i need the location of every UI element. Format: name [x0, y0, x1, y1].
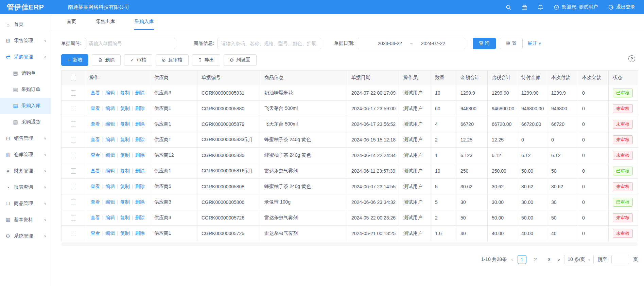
- doc-no-input[interactable]: [85, 38, 175, 49]
- copy-link[interactable]: 复制: [120, 90, 130, 95]
- search-button[interactable]: 查 询: [473, 38, 496, 49]
- view-link[interactable]: 查看: [91, 137, 100, 142]
- page-2[interactable]: 2: [531, 255, 540, 264]
- edit-link[interactable]: 编辑: [105, 215, 115, 220]
- copy-link[interactable]: 复制: [120, 230, 130, 236]
- row-checkbox[interactable]: [71, 153, 76, 158]
- horizontal-scrollbar[interactable]: [61, 242, 638, 246]
- bank-icon[interactable]: [522, 4, 527, 10]
- edit-link[interactable]: 编辑: [105, 199, 115, 205]
- delete-link[interactable]: 删除: [135, 90, 144, 95]
- date-to-value[interactable]: 2024-07-22: [421, 41, 445, 46]
- date-from-value[interactable]: 2024-04-22: [378, 41, 402, 46]
- delete-link[interactable]: 删除: [135, 152, 144, 158]
- delete-link[interactable]: 删除: [135, 137, 144, 142]
- sidebar-item-report-query[interactable]: ◔ 报表查询 ∨: [0, 179, 51, 195]
- product-info-input[interactable]: [217, 38, 321, 49]
- column-settings-button[interactable]: ⚙ 列设置: [224, 54, 257, 66]
- copy-link[interactable]: 复制: [120, 215, 130, 220]
- page-1[interactable]: 1: [518, 255, 526, 264]
- row-checkbox[interactable]: [71, 106, 76, 111]
- chevron-down-icon: ∨: [44, 185, 47, 189]
- tab-purchase-inbound[interactable]: 采购入库: [134, 14, 154, 30]
- sidebar-item-basic-data[interactable]: ▦ 基本资料 ∨: [0, 212, 51, 228]
- audit-button[interactable]: ✓ 审核: [124, 54, 152, 66]
- sidebar-item-purchase-return[interactable]: ▤ 采购退货: [0, 114, 51, 130]
- copy-link[interactable]: 复制: [120, 168, 130, 173]
- add-button[interactable]: + 新增: [61, 54, 88, 66]
- edit-link[interactable]: 编辑: [105, 168, 115, 173]
- delete-link[interactable]: 删除: [135, 199, 144, 205]
- view-link[interactable]: 查看: [91, 199, 100, 205]
- expand-link[interactable]: 展开 ∨: [527, 40, 541, 46]
- sidebar-item-retail-mgmt[interactable]: ⊞ 零售管理 ∨: [0, 33, 51, 49]
- row-checkbox[interactable]: [71, 231, 76, 236]
- unaudit-button[interactable]: ⊘ 反审核: [156, 54, 189, 66]
- sidebar-item-home[interactable]: ⌂ 首页: [0, 16, 51, 33]
- row-checkbox[interactable]: [71, 137, 76, 142]
- copy-link[interactable]: 复制: [120, 152, 130, 158]
- date-range-picker[interactable]: 2024-04-22 ~ 2024-07-22: [358, 38, 465, 49]
- prev-page-button[interactable]: <: [511, 257, 514, 262]
- copy-link[interactable]: 复制: [120, 184, 130, 189]
- delete-link[interactable]: 删除: [135, 106, 144, 111]
- column-header: 待付金额: [517, 71, 547, 85]
- edit-link[interactable]: 编辑: [105, 121, 115, 127]
- delete-button[interactable]: 删除: [92, 54, 121, 66]
- delete-link[interactable]: 删除: [135, 121, 144, 127]
- search-icon[interactable]: [506, 4, 511, 10]
- row-checkbox[interactable]: [71, 168, 76, 174]
- copy-link[interactable]: 复制: [120, 106, 130, 111]
- view-link[interactable]: 查看: [91, 90, 100, 95]
- sidebar-item-system-mgmt[interactable]: ⚙ 系统管理 ∨: [0, 228, 51, 244]
- view-link[interactable]: 查看: [91, 121, 100, 127]
- bell-icon[interactable]: [538, 4, 543, 10]
- edit-link[interactable]: 编辑: [105, 137, 115, 142]
- sidebar-item-finance-mgmt[interactable]: ¥ 财务管理 ∨: [0, 163, 51, 179]
- page-3[interactable]: 3: [545, 255, 554, 264]
- amount-cell: 40: [456, 226, 488, 241]
- sidebar-item-purchase-mgmt[interactable]: ⇄ 采购管理 ∧: [0, 49, 51, 65]
- next-page-button[interactable]: >: [558, 257, 560, 262]
- tab-retail-outbound[interactable]: 零售出库: [95, 14, 116, 30]
- jump-page-input[interactable]: [611, 255, 629, 264]
- export-button[interactable]: ↧ 导出: [192, 54, 220, 66]
- view-link[interactable]: 查看: [91, 152, 100, 158]
- view-link[interactable]: 查看: [91, 230, 100, 236]
- help-icon[interactable]: ?: [628, 55, 635, 62]
- delete-link[interactable]: 删除: [135, 168, 144, 173]
- edit-link[interactable]: 编辑: [105, 230, 115, 236]
- tab-home[interactable]: 首页: [66, 14, 77, 30]
- sidebar-item-warehouse-mgmt[interactable]: ▥ 仓库管理 ∨: [0, 147, 51, 163]
- edit-link[interactable]: 编辑: [105, 184, 115, 189]
- row-checkbox[interactable]: [71, 184, 76, 189]
- delete-link[interactable]: 删除: [135, 184, 144, 189]
- sidebar-item-sales-mgmt[interactable]: ⊡ 销售管理 ∨: [0, 130, 51, 147]
- copy-link[interactable]: 复制: [120, 121, 130, 127]
- sidebar-item-purchase-request[interactable]: ▤ 请购单: [0, 65, 51, 81]
- logout-button[interactable]: 退出登录: [608, 4, 635, 10]
- edit-link[interactable]: 编辑: [105, 106, 115, 111]
- sidebar-item-goods-mgmt[interactable]: ⊔ 商品管理 ∨: [0, 195, 51, 212]
- edit-link[interactable]: 编辑: [105, 152, 115, 158]
- copy-link[interactable]: 复制: [120, 199, 130, 205]
- select-all-checkbox[interactable]: [71, 75, 76, 80]
- edit-link[interactable]: 编辑: [105, 90, 115, 95]
- user-menu[interactable]: 欢迎您, 测试用户: [554, 4, 598, 10]
- page-size-select[interactable]: 10 条/页 ∨: [564, 255, 594, 264]
- delete-link[interactable]: 删除: [135, 215, 144, 220]
- copy-link[interactable]: 复制: [120, 137, 130, 142]
- row-checkbox[interactable]: [71, 215, 76, 221]
- sidebar-item-purchase-inbound[interactable]: ▤ 采购入库: [0, 98, 51, 114]
- reset-button[interactable]: 重 置: [500, 38, 523, 49]
- delete-link[interactable]: 删除: [135, 230, 144, 236]
- row-checkbox[interactable]: [71, 199, 76, 205]
- sidebar-item-purchase-order[interactable]: ▤ 采购订单: [0, 81, 51, 98]
- row-checkbox[interactable]: [71, 90, 76, 96]
- view-link[interactable]: 查看: [91, 215, 100, 220]
- row-checkbox[interactable]: [71, 121, 76, 127]
- view-link[interactable]: 查看: [91, 184, 100, 189]
- status-cell: 已审核: [609, 194, 638, 210]
- view-link[interactable]: 查看: [91, 106, 100, 111]
- view-link[interactable]: 查看: [91, 168, 100, 173]
